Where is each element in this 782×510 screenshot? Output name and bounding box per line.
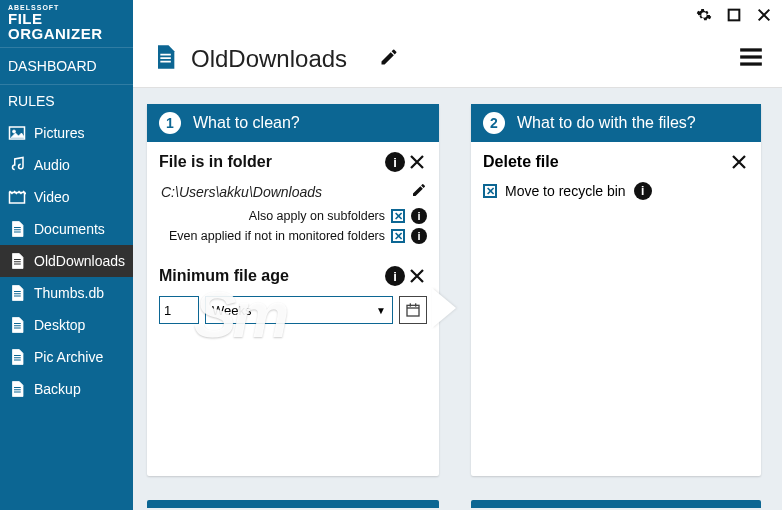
sidebar-item-documents[interactable]: Documents bbox=[0, 213, 133, 245]
step-badge: 1 bbox=[159, 112, 181, 134]
option-unmonitored-label: Even applied if not in monitored folders bbox=[169, 229, 385, 243]
folder-path: C:\Users\akku\Downloads bbox=[159, 180, 403, 204]
brand: ABELSSOFT FILE ORGANIZER bbox=[0, 0, 133, 47]
sidebar-item-label: Pictures bbox=[34, 125, 85, 141]
panel-header: 1 What to clean? bbox=[147, 104, 439, 142]
chevron-down-icon: ▼ bbox=[376, 305, 386, 316]
rule-title: File is in folder bbox=[159, 153, 385, 171]
arrow-connector bbox=[432, 288, 456, 328]
action-delete-file: Delete file Move to recycle bin i bbox=[471, 142, 761, 210]
edit-title-button[interactable] bbox=[379, 47, 399, 71]
window-controls bbox=[133, 0, 782, 30]
option-unmonitored-checkbox[interactable] bbox=[391, 229, 405, 243]
info-icon[interactable]: i bbox=[411, 228, 427, 244]
panel-heading: What to do with the files? bbox=[517, 114, 696, 132]
rules-list: Pictures Audio Video Documents OldDownlo… bbox=[0, 117, 133, 405]
sidebar-item-label: OldDownloads bbox=[34, 253, 125, 269]
remove-action-button[interactable] bbox=[729, 152, 749, 172]
nav-dashboard[interactable]: DASHBOARD bbox=[0, 47, 133, 85]
info-icon[interactable]: i bbox=[411, 208, 427, 224]
panel-header: 2 What to do with the files? bbox=[471, 104, 761, 142]
age-unit-value: Weeks bbox=[212, 303, 252, 318]
gear-icon[interactable] bbox=[696, 7, 712, 23]
info-icon[interactable]: i bbox=[634, 182, 652, 200]
recycle-label: Move to recycle bin bbox=[505, 183, 626, 199]
panel-footer-accent bbox=[471, 500, 761, 508]
document-icon bbox=[8, 220, 26, 238]
main: OldDownloads 1 What to clean? File is in… bbox=[133, 0, 782, 510]
svg-rect-9 bbox=[415, 303, 416, 306]
panel-what-to-do: 2 What to do with the files? Delete file… bbox=[471, 104, 761, 476]
edit-path-button[interactable] bbox=[411, 182, 427, 202]
remove-rule-button[interactable] bbox=[407, 266, 427, 286]
sidebar-item-audio[interactable]: Audio bbox=[0, 149, 133, 181]
svg-rect-7 bbox=[407, 305, 419, 316]
sidebar-item-label: Documents bbox=[34, 221, 105, 237]
action-title: Delete file bbox=[483, 153, 729, 171]
svg-rect-5 bbox=[740, 55, 762, 58]
document-icon bbox=[8, 380, 26, 398]
page-title: OldDownloads bbox=[191, 45, 347, 73]
sidebar: ABELSSOFT FILE ORGANIZER DASHBOARD RULES… bbox=[0, 0, 133, 510]
sidebar-item-label: Video bbox=[34, 189, 70, 205]
panel-what-to-clean: 1 What to clean? File is in folder i C:\… bbox=[147, 104, 439, 476]
image-icon bbox=[8, 124, 26, 142]
document-icon bbox=[8, 252, 26, 270]
brand-bottom: FILE ORGANIZER bbox=[8, 11, 125, 41]
info-icon[interactable]: i bbox=[385, 266, 405, 286]
sidebar-item-video[interactable]: Video bbox=[0, 181, 133, 213]
close-icon[interactable] bbox=[756, 7, 772, 23]
option-subfolders-checkbox[interactable] bbox=[391, 209, 405, 223]
sidebar-item-label: Pic Archive bbox=[34, 349, 103, 365]
sidebar-item-olddownloads[interactable]: OldDownloads bbox=[0, 245, 133, 277]
hamburger-icon[interactable] bbox=[738, 44, 764, 74]
sidebar-item-thumbsdb[interactable]: Thumbs.db bbox=[0, 277, 133, 309]
rule-min-age: Minimum file age i Weeks ▼ bbox=[147, 256, 439, 330]
step-badge: 2 bbox=[483, 112, 505, 134]
svg-rect-6 bbox=[740, 62, 762, 65]
calendar-button[interactable] bbox=[399, 296, 427, 324]
rule-file-in-folder: File is in folder i C:\Users\akku\Downlo… bbox=[147, 142, 439, 250]
sidebar-item-label: Audio bbox=[34, 157, 70, 173]
maximize-icon[interactable] bbox=[726, 7, 742, 23]
svg-rect-3 bbox=[729, 10, 740, 21]
age-value-input[interactable] bbox=[159, 296, 199, 324]
sidebar-item-pictures[interactable]: Pictures bbox=[0, 117, 133, 149]
option-subfolders-label: Also apply on subfolders bbox=[249, 209, 385, 223]
remove-rule-button[interactable] bbox=[407, 152, 427, 172]
document-icon bbox=[8, 348, 26, 366]
nav-rules-header: RULES bbox=[0, 85, 133, 117]
svg-rect-4 bbox=[740, 48, 762, 51]
recycle-checkbox[interactable] bbox=[483, 184, 497, 198]
rule-title: Minimum file age bbox=[159, 267, 385, 285]
sidebar-item-desktop[interactable]: Desktop bbox=[0, 309, 133, 341]
sidebar-item-label: Desktop bbox=[34, 317, 85, 333]
sidebar-item-picarchive[interactable]: Pic Archive bbox=[0, 341, 133, 373]
document-icon bbox=[8, 284, 26, 302]
content: 1 What to clean? File is in folder i C:\… bbox=[133, 88, 782, 510]
music-icon bbox=[8, 156, 26, 174]
age-unit-select[interactable]: Weeks ▼ bbox=[205, 296, 393, 324]
document-icon bbox=[151, 43, 179, 75]
info-icon[interactable]: i bbox=[385, 152, 405, 172]
sidebar-item-label: Thumbs.db bbox=[34, 285, 104, 301]
document-icon bbox=[8, 316, 26, 334]
sidebar-item-backup[interactable]: Backup bbox=[0, 373, 133, 405]
svg-point-1 bbox=[13, 130, 16, 133]
page-header: OldDownloads bbox=[133, 30, 782, 88]
svg-rect-8 bbox=[410, 303, 411, 306]
sidebar-item-label: Backup bbox=[34, 381, 81, 397]
video-icon bbox=[8, 188, 26, 206]
panel-heading: What to clean? bbox=[193, 114, 300, 132]
panel-footer-accent bbox=[147, 500, 439, 508]
